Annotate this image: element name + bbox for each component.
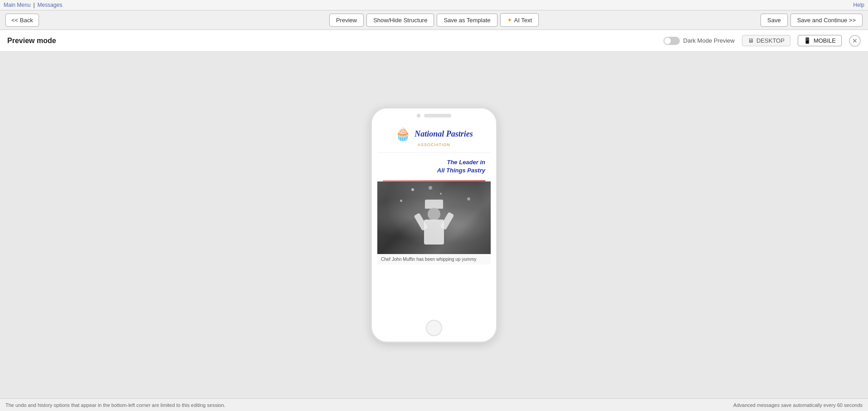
flour-dot-2 [440, 193, 442, 195]
close-icon: ✕ [852, 37, 858, 44]
dark-mode-label: Dark Mode Preview [683, 37, 735, 44]
phone-home-button[interactable] [426, 320, 442, 336]
org-name-block: National Pastries [414, 129, 473, 139]
preview-controls: Dark Mode Preview 🖥 DESKTOP 📱 MOBILE ✕ [663, 35, 861, 47]
chef-silhouette [420, 200, 448, 250]
email-tagline: The Leader in All Things Pastry [377, 153, 491, 180]
monitor-icon: 🖥 [748, 37, 754, 44]
mobile-icon: 📱 [804, 37, 811, 44]
save-continue-button[interactable]: Save and Continue >> [790, 14, 863, 27]
status-right-text: Advanced messages save automatically eve… [733, 402, 863, 408]
flour-dot-3 [429, 186, 432, 190]
ai-text-label: AI Text [514, 17, 532, 24]
tagline-line2: All Things Pastry [383, 166, 485, 175]
chef-bg [377, 181, 491, 254]
toolbar-right: Save Save and Continue >> [541, 14, 863, 27]
mobile-view-button[interactable]: 📱 MOBILE [798, 35, 842, 46]
show-hide-button[interactable]: Show/Hide Structure [366, 14, 434, 27]
phone-speaker-bar [424, 114, 451, 117]
chef-hat [425, 200, 443, 209]
ai-text-button[interactable]: ✦ AI Text [500, 13, 539, 27]
preview-button[interactable]: Preview [329, 14, 364, 27]
chef-head [428, 208, 440, 220]
save-button[interactable]: Save [761, 14, 788, 27]
nav-separator: | [33, 2, 34, 8]
close-preview-button[interactable]: ✕ [849, 35, 861, 47]
email-image [377, 181, 491, 254]
chef-photo [377, 181, 491, 254]
toolbar: << Back Preview Show/Hide Structure Save… [0, 10, 868, 30]
chef-body [424, 220, 444, 245]
back-button[interactable]: << Back [5, 14, 39, 27]
phone-camera [417, 114, 420, 117]
phone-speaker-area [417, 114, 451, 117]
desktop-view-button[interactable]: 🖥 DESKTOP [742, 35, 790, 46]
cupcake-icon: 🧁 [395, 127, 411, 142]
main-preview-area: 🧁 National Pastries ASSOCIATION The Lead… [0, 52, 868, 398]
dark-mode-switch[interactable] [663, 37, 680, 45]
desktop-label: DESKTOP [756, 37, 785, 44]
messages-link[interactable]: Messages [38, 2, 63, 8]
save-template-button[interactable]: Save as Template [437, 14, 497, 27]
top-nav: Main Menu | Messages Help [0, 0, 868, 10]
page-title: Preview mode [7, 37, 663, 45]
status-left-text: The undo and history options that appear… [5, 402, 225, 408]
email-logo-area: 🧁 National Pastries [383, 127, 485, 142]
help-link[interactable]: Help [853, 2, 864, 8]
caption-text: Chef John Muffin has been whipping up yu… [381, 257, 477, 262]
org-subtitle: ASSOCIATION [383, 142, 485, 147]
tagline-line1: The Leader in [383, 158, 485, 166]
main-menu-link[interactable]: Main Menu [4, 2, 30, 8]
phone-screen: 🧁 National Pastries ASSOCIATION The Lead… [377, 121, 491, 316]
ai-diamond-icon: ✦ [507, 16, 512, 24]
email-caption: Chef John Muffin has been whipping up yu… [377, 254, 491, 264]
email-header: 🧁 National Pastries ASSOCIATION [377, 121, 491, 153]
toolbar-center: Preview Show/Hide Structure Save as Temp… [329, 13, 539, 27]
toolbar-left: << Back [5, 14, 327, 27]
status-bar: The undo and history options that appear… [0, 398, 868, 411]
mobile-label: MOBILE [814, 37, 836, 44]
dark-mode-toggle[interactable]: Dark Mode Preview [663, 37, 735, 45]
phone-mockup: 🧁 National Pastries ASSOCIATION The Lead… [371, 107, 497, 343]
org-name: National Pastries [414, 129, 473, 139]
preview-bar: Preview mode Dark Mode Preview 🖥 DESKTOP… [0, 30, 868, 52]
